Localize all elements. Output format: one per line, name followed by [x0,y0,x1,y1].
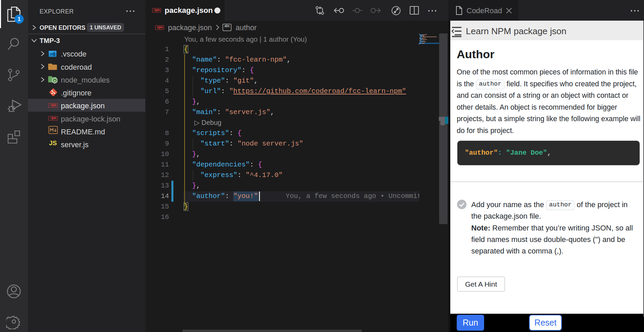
svg-text:js: js [53,79,56,82]
